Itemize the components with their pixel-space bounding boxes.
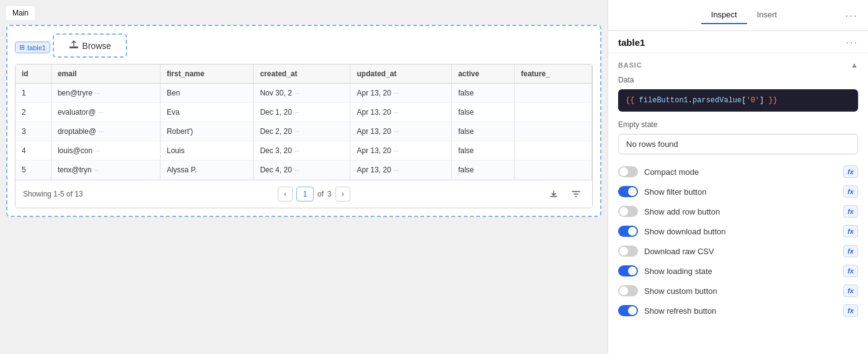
left-panel: Main ⊞ table1 Browse id email f [0,0,608,354]
col-first-name[interactable]: first_name [160,64,253,84]
divider-1 [608,53,868,53]
toggle-show-add-row-button[interactable] [618,206,638,217]
inspect-insert-tabs: Inspect Insert [701,6,787,24]
toggle-label: Show filter button [644,187,706,197]
toggle-row-1: Show filter buttonfx [608,182,868,201]
component-options-button[interactable]: ··· [846,38,858,48]
component-name: table1 [618,37,645,48]
table-row[interactable]: 5tenx@tryn···Alyssa P.Dec 4, 20···Apr 13… [16,161,592,180]
fx-button[interactable]: fx [843,205,858,218]
table-cell: 4 [16,141,51,161]
table-cell: Eva [160,103,253,122]
next-page-button[interactable]: › [335,187,350,201]
toggle-show-custom-button[interactable] [618,285,638,296]
table-cell: ben@tryre··· [51,84,160,103]
svg-rect-0 [69,46,78,48]
right-panel: Inspect Insert ··· table1 ··· BASIC ▲ Da… [608,0,868,354]
section-collapse-icon[interactable]: ▲ [851,61,858,69]
fx-button[interactable]: fx [843,265,858,277]
toggle-row-6: Show custom buttonfx [608,281,868,301]
pagination-bar: Showing 1-5 of 13 ‹ of 3 › [16,180,592,208]
table-cell: false [451,103,514,122]
toggle-row-4: Download raw CSVfx [608,241,868,261]
upload-icon [69,40,79,51]
col-id[interactable]: id [16,64,51,84]
basic-section-header: BASIC ▲ [608,55,868,73]
table-cell: Dec 3, 20··· [254,141,350,161]
data-code-input[interactable]: {{ fileButton1.parsedValue['0'] }} [618,89,858,112]
table-cell: false [451,122,514,141]
toggles-container: Compact modefxShow filter buttonfxShow a… [608,162,868,321]
fx-button[interactable]: fx [843,304,858,317]
download-icon[interactable] [545,185,562,203]
toggle-label: Download raw CSV [644,247,714,256]
table-grid-icon: ⊞ [19,43,25,51]
fx-button[interactable]: fx [843,185,858,198]
table-cell [515,161,592,180]
table-cell [515,84,592,103]
tab-insert[interactable]: Insert [747,6,787,24]
table-cell: tenx@tryn··· [51,161,160,180]
col-email[interactable]: email [51,64,160,84]
fx-button[interactable]: fx [843,245,858,257]
basic-section-title: BASIC [618,61,642,69]
empty-state-input[interactable]: No rows found [618,134,858,154]
table-cell: Apr 13, 20··· [350,84,451,103]
table-cell: Robert') [160,122,253,141]
toggle-left: Show download button [618,226,726,237]
table-cell: Dec 1, 20··· [254,103,350,122]
prev-page-button[interactable]: ‹ [278,187,293,201]
filter-icon[interactable] [567,185,585,203]
col-feature[interactable]: feature_ [515,64,592,84]
table-cell: false [451,84,514,103]
table-cell: Apr 13, 20··· [350,161,451,180]
pagination-controls: ‹ of 3 › [278,187,350,201]
browse-label: Browse [82,41,112,51]
col-active[interactable]: active [451,64,514,84]
toggle-download-raw-csv[interactable] [618,246,638,257]
toggle-show-loading-state[interactable] [618,265,638,277]
empty-state-label: Empty state [608,118,868,131]
fx-button[interactable]: fx [843,285,858,297]
toggle-row-2: Show add row buttonfx [608,201,868,221]
table-cell [515,122,592,141]
table-row[interactable]: 1ben@tryre···BenNov 30, 2···Apr 13, 20··… [16,84,592,103]
toggle-show-refresh-button[interactable] [618,305,638,316]
table-cell: 5 [16,161,51,180]
table-cell: Apr 13, 20··· [350,122,451,141]
toggle-show-filter-button[interactable] [618,186,638,197]
col-updated-at[interactable]: updated_at [350,64,451,84]
toggle-left: Show filter button [618,186,706,197]
right-panel-header: Inspect Insert ··· [608,0,868,31]
toggle-row-7: Show refresh buttonfx [608,301,868,321]
toggle-show-download-button[interactable] [618,226,638,237]
toggle-left: Compact mode [618,166,699,177]
table-label-tag: ⊞ table1 [15,42,50,53]
pagination-action-icons [545,185,585,203]
tab-main[interactable]: Main [6,6,35,20]
toggle-label: Show add row button [644,207,720,216]
tab-inspect[interactable]: Inspect [701,6,747,24]
browse-button[interactable]: Browse [53,33,128,58]
toggle-label: Show download button [644,227,726,236]
table-cell: 3 [16,122,51,141]
table-name-header: table1 ··· [608,31,868,51]
table-row[interactable]: 3droptable@···Robert')Dec 2, 20···Apr 13… [16,122,592,141]
table-cell: false [451,161,514,180]
col-created-at[interactable]: created_at [254,64,350,84]
toggle-label: Show loading state [644,267,712,276]
table-row[interactable]: 2evaluator@···EvaDec 1, 20···Apr 13, 20·… [16,103,592,122]
fx-button[interactable]: fx [843,225,858,237]
page-number-input[interactable] [296,187,314,201]
table-cell: Ben [160,84,253,103]
table-cell: 2 [16,103,51,122]
total-pages: 3 [327,190,332,198]
table-cell: louis@con··· [51,141,160,161]
fx-button[interactable]: fx [843,166,858,178]
table-cell: Apr 13, 20··· [350,141,451,161]
table-cell: evaluator@··· [51,103,160,122]
toggle-compact-mode[interactable] [618,166,638,177]
toggle-label: Show custom button [644,286,717,296]
more-options-button[interactable]: ··· [845,10,858,21]
table-row[interactable]: 4louis@con···LouisDec 3, 20···Apr 13, 20… [16,141,592,161]
